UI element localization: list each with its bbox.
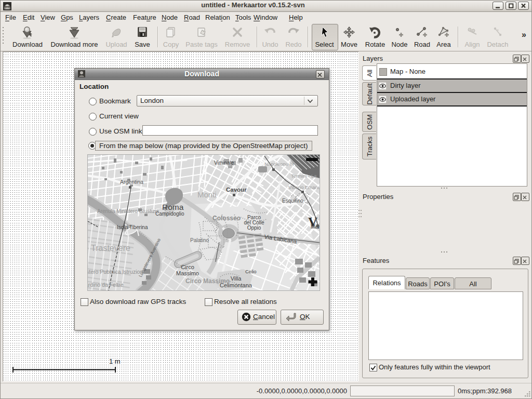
svg-text:Circo Massimo: Circo Massimo (185, 277, 230, 285)
svg-text:Isola Tiberina: Isola Tiberina (117, 224, 148, 230)
svg-text:Arenula Ministero Giustizia: Arenula Ministero Giustizia (97, 208, 159, 214)
svg-text:Manzo: Manzo (311, 224, 320, 230)
svg-text:Celio: Celio (245, 269, 257, 274)
svg-text:Esquilino: Esquilino (282, 198, 303, 204)
svg-text:Monti: Monti (197, 190, 217, 199)
svg-text:Colosseo: Colosseo (212, 215, 241, 222)
svg-text:Viminale: Viminale (214, 160, 234, 166)
svg-text:Argentina: Argentina (120, 179, 143, 185)
svg-text:Trastevere: Trastevere (91, 244, 130, 252)
svg-text:Roma: Roma (162, 203, 184, 211)
svg-text:Cavour: Cavour (226, 187, 247, 193)
svg-text:Palatino: Palatino (190, 237, 209, 243)
svg-text:Termini - La: Termini - La (291, 173, 317, 179)
svg-text:Vittorio Emanuele: Vittorio Emanuele (288, 184, 320, 190)
svg-text:Napoleone III: Napoleone III (264, 161, 294, 167)
svg-text:Campidoglio: Campidoglio (155, 211, 184, 217)
svg-text:stero Pubblica Istruzione: stero Pubblica Istruzione (88, 269, 146, 275)
svg-text:ardino da Feltre: ardino da Feltre (88, 282, 124, 288)
svg-text:1 m: 1 m (109, 357, 121, 365)
